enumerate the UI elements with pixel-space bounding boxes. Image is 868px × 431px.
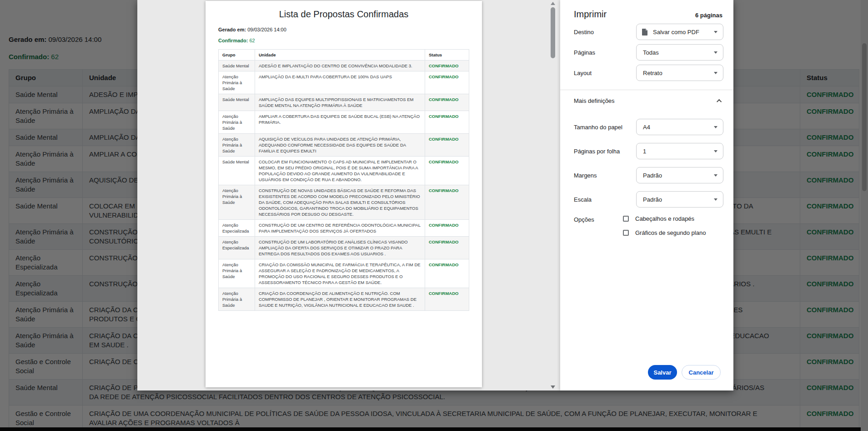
page-title: Lista de Propostas Confirmadas [218, 9, 469, 20]
options-label: Opções [574, 215, 623, 236]
status-badge: CONFIRMADO [425, 259, 469, 288]
table-row: Atenção Primária à SaúdeAQUISIÇÃO DE VEÍ… [219, 134, 469, 157]
cell-grupo: Saúde Mental [219, 94, 255, 111]
preview-proposals-table: Grupo Unidade Status Saúde MentalADESÃO … [218, 49, 469, 311]
cell-unidade: AMPLIAÇÃO DAS EQUIPES MULTIPROFISSIONAIS… [255, 94, 425, 111]
cancel-button[interactable]: Cancelar [682, 365, 721, 380]
table-row: Atenção Primária à SaúdeCONSTRUÇÃO DE NO… [219, 185, 469, 220]
document-icon [642, 29, 647, 35]
preview-table-header: Grupo Unidade Status [219, 50, 469, 61]
option-background-label: Gráficos de segundo plano [635, 229, 706, 236]
cell-unidade: AQUISIÇÃO DE VEÍCULOS PARA UNIDADES DE A… [255, 134, 425, 157]
table-row: Atenção Primária à SaúdeAMPLIAÇÃO DA E-M… [219, 71, 469, 94]
layout-value: Retrato [643, 70, 714, 76]
scale-select[interactable]: Padrão [636, 191, 723, 208]
print-preview-pane: Lista de Propostas Confirmadas Gerado em… [137, 0, 560, 390]
preview-confirmed-label: Confirmado: [218, 38, 248, 43]
status-badge: CONFIRMADO [425, 185, 469, 220]
cell-grupo: Atenção Primária à Saúde [219, 134, 255, 157]
margins-select[interactable]: Padrão [636, 167, 723, 183]
table-row: Atenção EspecializadaCONSTRUÇÃO DE UM LA… [219, 237, 469, 259]
paper-size-label: Tamanho do papel [574, 124, 622, 131]
table-row: Saúde MentalAMPLIAÇÃO DAS EQUIPES MULTIP… [219, 94, 469, 111]
cell-grupo: Atenção Primária à Saúde [219, 185, 255, 220]
cell-unidade: ADESÃO E IMPLANTAÇÃO DO CENTRO DE CONVIV… [255, 61, 425, 71]
table-row: Saúde MentalCOLOCAR EM FUNCIONAMENTO O C… [219, 157, 469, 185]
status-badge: CONFIRMADO [425, 157, 469, 185]
pages-per-sheet-label: Páginas por folha [574, 148, 620, 155]
cell-unidade: CONSTRUÇÃO DE UM LABORATÓRIO DE ANÁLISES… [255, 237, 425, 259]
pages-count: 6 páginas [695, 12, 722, 19]
cell-grupo: Atenção Especializada [219, 237, 255, 259]
margins-value: Padrão [643, 172, 714, 179]
preview-generated-label: Gerado em: [218, 27, 246, 32]
cell-grupo: Atenção Especializada [219, 220, 255, 237]
print-settings-panel: Imprimir 6 páginas Destino Salvar como P… [560, 0, 733, 390]
status-badge: CONFIRMADO [425, 134, 469, 157]
print-preview-page: Lista de Propostas Confirmadas Gerado em… [206, 1, 482, 387]
cell-unidade: AMPLIAÇÃO DA E-MULTI PARA COBERTURA DE 1… [255, 71, 425, 94]
pages-per-sheet-value: 1 [643, 148, 714, 155]
caret-down-icon [714, 31, 717, 33]
scale-label: Escala [574, 196, 592, 203]
pages-per-sheet-select[interactable]: 1 [636, 143, 723, 159]
status-badge: CONFIRMADO [425, 71, 469, 94]
cell-grupo: Saúde Mental [219, 61, 255, 71]
checkbox-background-graphics[interactable] [623, 230, 629, 236]
margins-label: Margens [574, 172, 597, 179]
caret-down-icon [714, 198, 717, 201]
dialog-title: Imprimir [574, 9, 607, 20]
cell-unidade: CRIAÇÃO DA COMISSÃO MUNICIPAL DE FARMÁCI… [255, 259, 425, 288]
caret-down-icon [714, 51, 717, 54]
caret-down-icon [714, 150, 717, 152]
scale-value: Padrão [643, 196, 714, 203]
preview-scrollbar[interactable] [549, 0, 557, 390]
cell-grupo: Atenção Primária à Saúde [219, 259, 255, 288]
caret-down-icon [714, 72, 717, 74]
preview-generated-value: 09/03/2026 14:00 [247, 27, 286, 32]
option-background-graphics[interactable]: Gráficos de segundo plano [623, 229, 706, 236]
preview-generated-at: Gerado em: 09/03/2026 14:00 [218, 27, 469, 32]
more-settings-label: Mais definições [574, 97, 615, 104]
cell-unidade: CONSTRUÇÃO DE NOVAS UNIDADES BÁSICAS DE … [255, 185, 425, 220]
cell-grupo: Atenção Primária à Saúde [219, 111, 255, 134]
destination-select[interactable]: Salvar como PDF [636, 24, 723, 40]
status-badge: CONFIRMADO [425, 220, 469, 237]
chevron-up-icon [717, 99, 722, 104]
table-row: Saúde MentalADESÃO E IMPLANTAÇÃO DO CENT… [219, 61, 469, 71]
status-badge: CONFIRMADO [425, 111, 469, 134]
more-settings-toggle[interactable]: Mais definições [560, 90, 733, 107]
preview-col-unidade: Unidade [255, 50, 425, 61]
paper-size-select[interactable]: A4 [636, 119, 723, 135]
table-row: Atenção Primária à SaúdeAMPLIAR A COBERT… [219, 111, 469, 134]
destination-label: Destino [574, 29, 594, 35]
triangle-down-icon[interactable] [551, 385, 555, 389]
status-badge: CONFIRMADO [425, 288, 469, 311]
table-row: Atenção EspecializadaCONSTRUÇÃO DE UM CE… [219, 220, 469, 237]
pages-select[interactable]: Todas [636, 44, 723, 61]
status-badge: CONFIRMADO [425, 237, 469, 259]
cell-grupo: Atenção Primária à Saúde [219, 288, 255, 311]
pages-value: Todas [643, 49, 714, 56]
cell-grupo: Saúde Mental [219, 157, 255, 185]
layout-select[interactable]: Retrato [636, 65, 723, 81]
print-dialog-window: Lista de Propostas Confirmadas Gerado em… [137, 0, 733, 390]
preview-col-status: Status [425, 50, 469, 61]
table-row: Atenção Primária à SaúdeCRIAÇÃO DA COORD… [219, 288, 469, 311]
paper-size-value: A4 [643, 124, 714, 131]
preview-scrollbar-thumb[interactable] [551, 7, 555, 58]
preview-confirmed-count: Confirmado: 62 [218, 38, 469, 43]
status-badge: CONFIRMADO [425, 61, 469, 71]
preview-confirmed-value: 62 [249, 38, 255, 43]
option-headers-footers[interactable]: Cabeçalhos e rodapés [623, 215, 706, 222]
option-headers-label: Cabeçalhos e rodapés [635, 215, 694, 222]
cell-unidade: CONSTRUÇÃO DE UM CENTRO DE REFERÊNCIA OD… [255, 220, 425, 237]
cell-unidade: CRIAÇÃO DA COORDENAÇÃO DE ALIMENTAÇÃO E … [255, 288, 425, 311]
save-button[interactable]: Salvar [648, 365, 677, 380]
caret-down-icon [714, 174, 717, 177]
triangle-up-icon[interactable] [551, 2, 555, 5]
table-row: Atenção Primária à SaúdeCRIAÇÃO DA COMIS… [219, 259, 469, 288]
layout-label: Layout [574, 70, 592, 76]
checkbox-headers-footers[interactable] [623, 216, 629, 222]
cell-unidade: AMPLIAR A COBERTURA DAS EQUIPES DE SAÚDE… [255, 111, 425, 134]
